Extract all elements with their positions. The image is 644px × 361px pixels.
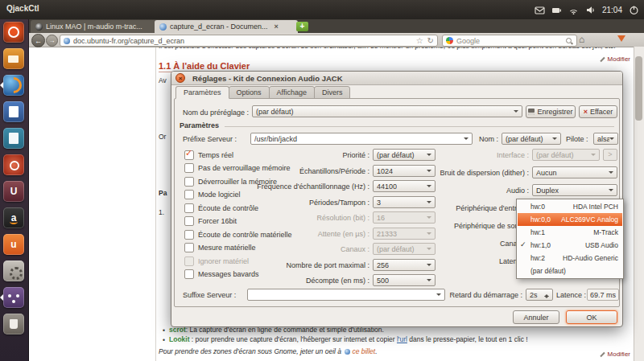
launcher-icon-ubuntuone-music[interactable]: U xyxy=(3,181,24,202)
checkbox-ignore-hw[interactable]: Ignorer matériel xyxy=(184,256,249,266)
indicator-tray: 21:04 xyxy=(535,0,639,19)
browser-tab-2-active[interactable]: capture_d_ecran - Documen... × xyxy=(155,20,298,33)
tab-divers[interactable]: Divers xyxy=(314,86,351,99)
browser-tab-1[interactable]: Linux MAO | m-audio m-trac... xyxy=(31,20,161,33)
launcher-icon-dash-home[interactable] xyxy=(3,22,24,43)
forward-button[interactable]: → xyxy=(46,35,58,47)
launcher-icon-file-manager[interactable] xyxy=(3,48,24,69)
server-prefix-label: Préfixe Serveur : xyxy=(183,135,237,143)
scrollbar-thumb[interactable] xyxy=(635,56,642,121)
channels-combo[interactable]: (par défaut) xyxy=(373,243,436,255)
periods-buffer-combo[interactable]: 3 xyxy=(373,196,436,208)
launcher-icon-system-settings[interactable] xyxy=(3,260,24,281)
launcher-icon-amazon[interactable]: a xyxy=(3,207,24,228)
tab-parametres[interactable]: Paramètres xyxy=(175,86,229,99)
timeout-combo[interactable]: 500 xyxy=(373,274,436,286)
sample-rate-combo[interactable]: 44100 xyxy=(373,180,436,192)
modifier-link-bottom[interactable]: Modifier xyxy=(600,351,630,358)
device-option-default[interactable]: (par défaut) xyxy=(518,265,622,277)
dither-combo[interactable]: Aucun xyxy=(532,166,617,178)
content-divider xyxy=(155,47,156,361)
channels-label: Canaux : xyxy=(341,245,369,253)
clock[interactable]: 21:04 xyxy=(602,6,622,14)
frames-period-label: Échantillons/Période : xyxy=(299,167,369,175)
browser-tab-strip: Linux MAO | m-audio m-trac... capture_d_… xyxy=(28,19,644,33)
lookit-text: : pour prendre une capture d'écran, l'hé… xyxy=(190,335,397,343)
audio-combo[interactable]: Duplex xyxy=(532,184,617,196)
launcher-icon-firefox[interactable] xyxy=(3,75,24,96)
launcher-icon-trash[interactable] xyxy=(3,314,24,334)
interface-device-button[interactable]: > xyxy=(603,149,617,161)
url-link[interactable]: l'url xyxy=(397,335,407,343)
new-tab-button[interactable]: + xyxy=(296,22,308,31)
server-suffix-label: Suffixe Serveur : xyxy=(183,291,236,299)
word-length-combo[interactable]: 16 xyxy=(373,211,436,224)
driver-combo[interactable]: alsa xyxy=(593,133,618,145)
launcher-icon-libreoffice-calc[interactable] xyxy=(3,128,24,149)
bookmark-star-icon[interactable]: ☆ xyxy=(416,36,423,45)
device-option-hw10-selected[interactable]: ✓hw:1,0USB Audio xyxy=(518,239,622,252)
checkbox-hw-monitor[interactable]: Écoute de contrôle matérielle xyxy=(184,230,292,240)
search-magnifier-icon[interactable] xyxy=(565,37,573,45)
ce-billet-link[interactable]: ce billet xyxy=(352,347,375,355)
delete-icon: × xyxy=(584,108,588,116)
server-prefix-combo[interactable]: /usr/bin/jackd xyxy=(250,133,473,145)
interface-combo[interactable]: (par défaut) xyxy=(532,149,600,161)
back-button[interactable]: ← xyxy=(31,34,45,47)
wait-combo[interactable]: 21333 xyxy=(373,228,436,240)
device-option-hw00-highlighted[interactable]: hw:0,0ALC269VC Analog xyxy=(518,213,622,226)
checkbox-box xyxy=(184,190,194,199)
ok-button[interactable]: OK xyxy=(566,310,617,324)
name-combo[interactable]: (par défaut) xyxy=(502,133,561,145)
tab-close-icon[interactable]: × xyxy=(275,23,279,31)
launcher-icon-libreoffice-writer[interactable] xyxy=(3,101,24,122)
modifier-link-top[interactable]: Modifier xyxy=(600,55,630,63)
search-placeholder: Google xyxy=(456,37,480,45)
home-icon[interactable]: ⌂ xyxy=(579,34,584,45)
launcher-icon-ubuntu-one[interactable]: u xyxy=(3,234,24,255)
tab-label: Linux MAO | m-audio m-trac... xyxy=(46,23,142,31)
checkbox-force-16bit[interactable]: Forcer 16bit xyxy=(184,216,237,226)
cancel-button[interactable]: Annuler xyxy=(513,310,559,324)
tab-options[interactable]: Options xyxy=(229,86,270,99)
close-button-icon[interactable]: × xyxy=(175,73,185,83)
save-preset-button[interactable]: Enregistrer xyxy=(526,105,576,118)
preset-combo[interactable]: (par défaut) xyxy=(252,105,522,117)
lookit-link[interactable]: Lookit xyxy=(169,335,190,343)
checkbox-realtime[interactable]: ✓Temps réel xyxy=(184,150,233,160)
network-indicator-icon[interactable] xyxy=(568,5,579,15)
battery-indicator-icon[interactable] xyxy=(551,5,562,15)
port-maximum-combo[interactable]: 256 xyxy=(373,259,436,271)
volume-indicator-icon[interactable] xyxy=(585,5,596,15)
device-option-hw2[interactable]: hw:2HD-Audio Generic xyxy=(518,252,622,265)
message-indicator-icon[interactable] xyxy=(535,5,545,15)
checkbox-no-memory-lock[interactable]: Pas de verrouillage mémoire xyxy=(184,163,291,173)
checkbox-monitor[interactable]: Écoute de contrôle xyxy=(184,203,258,213)
checkmark-icon: ✓ xyxy=(520,240,526,248)
checkbox-verbose[interactable]: Messages bavards xyxy=(184,269,259,279)
launcher-icon-qjackctl[interactable] xyxy=(3,287,24,308)
site-identity-icon[interactable] xyxy=(64,38,70,44)
checkbox-hw-meter[interactable]: Mesure matérielle xyxy=(184,243,256,252)
save-icon xyxy=(528,109,535,115)
dialog-titlebar[interactable]: × Réglages - Kit de Connexion Audio JACK xyxy=(171,72,622,85)
start-delay-spinner[interactable]: 2s xyxy=(526,289,553,301)
url-bar[interactable]: doc.ubuntu-fr.org/capture_d_ecran ☆ ↻ xyxy=(60,35,438,47)
frames-period-combo[interactable]: 1024 xyxy=(373,165,436,177)
checkbox-soft-mode[interactable]: Mode logiciel xyxy=(184,190,241,199)
server-suffix-combo[interactable] xyxy=(247,289,445,301)
device-option-hw1[interactable]: hw:1M-Track xyxy=(518,226,622,239)
checkbox-box xyxy=(184,269,194,279)
search-bar[interactable]: Google xyxy=(442,35,577,47)
google-engine-icon[interactable] xyxy=(446,37,453,44)
session-power-icon[interactable] xyxy=(629,5,639,15)
lookit-text-tail: dans le presse-papier, le tout en 1 clic… xyxy=(407,335,528,343)
launcher-icon-media-player[interactable] xyxy=(3,154,24,175)
device-option-hw0[interactable]: hw:0HDA Intel PCH xyxy=(518,200,622,213)
priority-combo[interactable]: (par défaut) xyxy=(373,149,436,161)
checkbox-box xyxy=(184,256,194,266)
delete-preset-button[interactable]: ×Effacer xyxy=(579,105,617,118)
downloads-icon[interactable] xyxy=(617,35,625,42)
tab-affichage[interactable]: Affichage xyxy=(269,86,315,99)
reload-icon[interactable]: ↻ xyxy=(427,36,434,45)
